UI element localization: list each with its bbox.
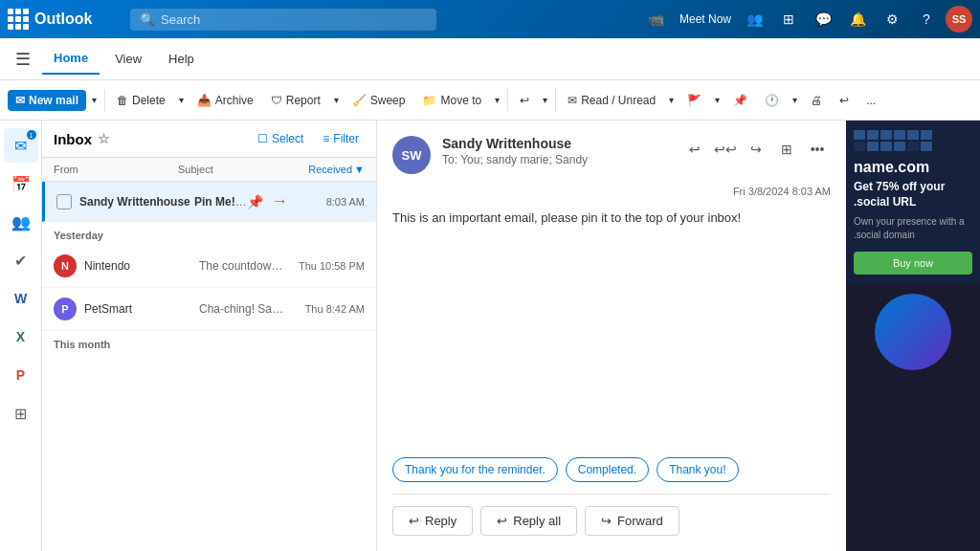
new-mail-button[interactable]: ✉ New mail: [8, 90, 86, 111]
clock-button[interactable]: 🕐: [757, 90, 787, 111]
quick-reply-2[interactable]: Completed.: [566, 457, 649, 482]
forward-icon: ↪: [601, 514, 612, 528]
quick-reply-1[interactable]: Thank you for the reminder.: [392, 457, 558, 482]
search-bar[interactable]: 🔍: [130, 9, 436, 31]
petsmart-avatar: P: [54, 298, 77, 320]
sidebar-icon-word[interactable]: W: [4, 281, 38, 316]
email-list-header: Inbox ☆ ☐ Select ≡ Filter: [42, 121, 376, 158]
teams-icon[interactable]: 👥: [739, 4, 769, 34]
ad-content: name.com Get 75% off your .social URL Ow…: [846, 121, 980, 284]
inbox-title: Inbox ☆: [54, 131, 252, 147]
sidebar-icon-mail[interactable]: ✉1: [4, 128, 38, 163]
preview-sender-name: Sandy Writtenhouse: [442, 136, 681, 151]
delete-icon: 🗑: [117, 94, 128, 107]
email-sender-3: PetSmart: [84, 302, 199, 316]
sidebar-icon-excel[interactable]: X: [4, 320, 38, 354]
reply-dropdown[interactable]: ▾: [539, 91, 551, 109]
email-item-2[interactable]: N Nintendo The countdown to MAR10 Day st…: [42, 245, 376, 288]
email-preview-2: The countdown to MAR10 Day starts NOW! S…: [199, 259, 288, 273]
preview-header: SW Sandy Writtenhouse To: You; sandy mar…: [392, 136, 831, 174]
sidebar-icon-people[interactable]: 👥: [4, 205, 38, 239]
sidebar-icon-apps[interactable]: ⊞: [4, 396, 38, 430]
preview-avatar: SW: [392, 136, 431, 174]
nav-hamburger[interactable]: ☰: [8, 45, 38, 74]
meet-now-icon[interactable]: 📹: [641, 4, 672, 34]
chat-icon[interactable]: 💬: [808, 4, 838, 34]
flag-dropdown[interactable]: ▾: [711, 91, 724, 109]
quick-reply-3[interactable]: Thank you!: [657, 457, 738, 482]
ad-panel: name.com Get 75% off your .social URL Ow…: [846, 121, 980, 551]
filter-button[interactable]: ≡ Filter: [317, 128, 365, 149]
tab-help[interactable]: Help: [157, 44, 206, 74]
toolbar-separator-3: [555, 89, 556, 112]
report-button[interactable]: 🛡 Report: [263, 90, 328, 111]
read-unread-dropdown[interactable]: ▾: [665, 91, 678, 109]
header-actions: ☐ Select ≡ Filter: [252, 128, 365, 149]
main-area: ✉1 📅 👥 ✔ W X P ⊞ Inbox ☆ ☐ Select ≡ Filt…: [0, 121, 980, 551]
report-dropdown[interactable]: ▾: [330, 91, 343, 109]
waffle-icon[interactable]: [8, 9, 29, 30]
move-dropdown[interactable]: ▾: [491, 91, 503, 109]
tab-view[interactable]: View: [103, 44, 153, 74]
envelope-icon: ✉: [568, 94, 577, 107]
preview-reply-all-btn[interactable]: ↩↩: [712, 136, 739, 163]
sweep-button[interactable]: 🧹 Sweep: [345, 90, 413, 111]
toolbar: ✉ New mail ▾ 🗑 Delete ▾ 📥 Archive 🛡 Repo…: [0, 80, 980, 121]
forward-button[interactable]: ↪ Forward: [585, 506, 679, 536]
search-icon: 🔍: [140, 12, 155, 27]
email-panel: Inbox ☆ ☐ Select ≡ Filter From Subject R…: [42, 121, 377, 551]
settings-icon[interactable]: ⚙: [877, 4, 907, 34]
clock-dropdown[interactable]: ▾: [789, 91, 801, 109]
nav-bar: ☰ Home View Help: [0, 38, 980, 80]
bell-icon[interactable]: 🔔: [842, 4, 873, 34]
avatar[interactable]: SS: [946, 6, 972, 33]
nintendo-avatar: N: [54, 254, 77, 277]
email-item-1[interactable]: Sandy Writtenhouse Pin Me! This is an im…: [42, 182, 376, 222]
reply-button[interactable]: ↩ Reply: [392, 506, 473, 536]
email-item-3[interactable]: P PetSmart Cha-ching! Save 25% on one it…: [42, 288, 376, 331]
preview-more-btn[interactable]: •••: [804, 136, 831, 163]
email-checkbox-1[interactable]: [56, 194, 72, 209]
reply-all-button[interactable]: ↩ Reply all: [480, 506, 577, 536]
flag-button[interactable]: 🚩: [679, 90, 709, 111]
select-button[interactable]: ☐ Select: [252, 128, 309, 149]
red-arrow-1: →: [271, 191, 288, 211]
meet-now-label[interactable]: Meet Now: [676, 4, 735, 34]
col-received-header[interactable]: Received ▼: [269, 164, 365, 175]
preview-forward-btn[interactable]: ↪: [743, 136, 769, 163]
undo-button[interactable]: ↩: [832, 90, 857, 111]
new-mail-dropdown[interactable]: ▾: [88, 91, 100, 109]
email-list: Sandy Writtenhouse Pin Me! This is an im…: [42, 182, 376, 551]
sidebar-icon-calendar[interactable]: 📅: [4, 166, 38, 201]
preview-date: Fri 3/8/2024 8:03 AM: [392, 186, 831, 197]
email-preview-1: Pin Me! This is an important email, plea…: [194, 195, 247, 209]
more-button[interactable]: ...: [858, 90, 883, 111]
search-input[interactable]: [161, 12, 427, 27]
sidebar-icon-powerpoint[interactable]: P: [4, 358, 38, 392]
delete-button[interactable]: 🗑 Delete: [109, 90, 173, 111]
tab-home[interactable]: Home: [42, 43, 100, 75]
preview-reply-btn[interactable]: ↩: [681, 136, 708, 163]
pin-button[interactable]: 📌: [725, 90, 755, 111]
reply-toolbar-button[interactable]: ↩: [512, 90, 537, 111]
archive-icon: 📥: [197, 94, 212, 107]
email-preview-3: Cha-ching! Save 25% on one item or servi…: [199, 302, 288, 316]
star-icon[interactable]: ☆: [98, 131, 110, 146]
delete-dropdown[interactable]: ▾: [175, 91, 188, 109]
reply-all-icon: ↩: [497, 514, 507, 528]
new-mail-icon: ✉: [15, 94, 25, 107]
sweep-icon: 🧹: [352, 94, 367, 107]
apps-icon[interactable]: ⊞: [773, 4, 804, 34]
help-icon[interactable]: ?: [911, 4, 942, 34]
quick-replies: Thank you for the reminder. Completed. T…: [392, 457, 831, 482]
print-button[interactable]: 🖨: [803, 90, 830, 111]
email-sender-1: Sandy Writtenhouse: [79, 195, 194, 209]
preview-view-btn[interactable]: ⊞: [773, 136, 800, 163]
ad-buy-button[interactable]: Buy now: [854, 252, 972, 275]
group-this-month: This month: [42, 331, 376, 354]
move-to-button[interactable]: 📁 Move to: [414, 90, 489, 111]
read-unread-button[interactable]: ✉ Read / Unread: [560, 90, 663, 111]
archive-button[interactable]: 📥 Archive: [189, 90, 261, 111]
sidebar-icon-tasks[interactable]: ✔: [4, 243, 38, 277]
app-name: Outlook: [34, 11, 92, 28]
